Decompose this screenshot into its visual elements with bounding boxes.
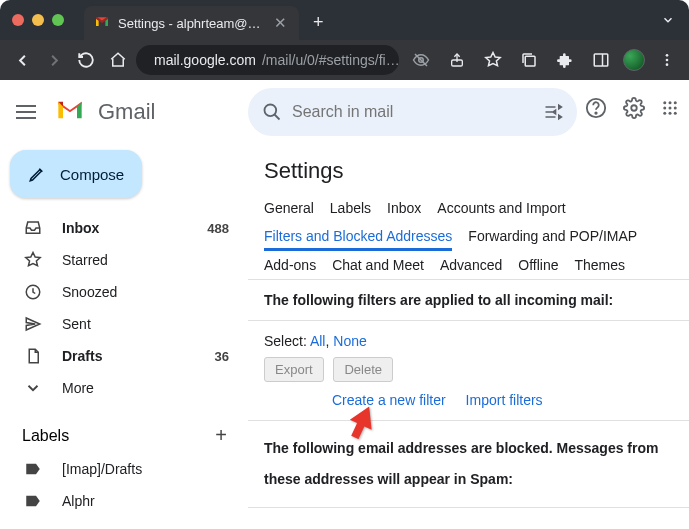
gmail-favicon	[94, 14, 110, 33]
nav-label: Sent	[62, 316, 211, 332]
forward-button[interactable]	[40, 51, 68, 70]
svg-rect-3	[594, 54, 608, 66]
svg-point-20	[674, 112, 677, 115]
label-list: [Imap]/DraftsAlphr	[0, 453, 247, 517]
settings-tab-labels[interactable]: Labels	[330, 194, 371, 222]
svg-point-15	[663, 107, 666, 110]
search-input[interactable]	[292, 103, 533, 121]
main-menu-button[interactable]	[16, 105, 36, 119]
home-button[interactable]	[104, 51, 132, 69]
main-panel: Settings GeneralLabelsInboxAccounts and …	[248, 80, 689, 529]
add-label-button[interactable]: +	[215, 424, 227, 447]
inbox-icon	[24, 219, 44, 237]
select-all-link[interactable]: All	[310, 333, 326, 349]
svg-point-17	[674, 107, 677, 110]
maximize-window[interactable]	[52, 14, 64, 26]
apps-menu-icon[interactable]	[661, 99, 679, 121]
settings-tab-themes[interactable]: Themes	[575, 251, 626, 279]
browser-menu-icon[interactable]	[653, 52, 681, 68]
close-window[interactable]	[12, 14, 24, 26]
eye-icon[interactable]	[407, 51, 435, 69]
tab-groups-icon[interactable]	[515, 51, 543, 69]
star-icon	[24, 251, 44, 269]
import-filters-link[interactable]: Import filters	[466, 392, 543, 408]
svg-point-4	[666, 54, 669, 57]
pencil-icon	[28, 165, 46, 183]
back-button[interactable]	[8, 51, 36, 70]
gmail-brand: Gmail	[98, 99, 155, 125]
help-button[interactable]	[585, 97, 607, 123]
search-options-icon[interactable]	[543, 102, 563, 122]
share-icon[interactable]	[443, 52, 471, 68]
label-item[interactable]: [Imap]/Drafts	[0, 453, 247, 485]
settings-gear-button[interactable]	[623, 97, 645, 123]
settings-tab-add-ons[interactable]: Add-ons	[264, 251, 316, 279]
gmail-logo	[56, 99, 84, 125]
extensions-icon[interactable]	[551, 52, 579, 68]
svg-point-13	[669, 101, 672, 104]
svg-point-8	[265, 105, 277, 117]
draft-icon	[24, 347, 44, 365]
settings-page: Settings GeneralLabelsInboxAccounts and …	[248, 144, 689, 529]
label-icon	[24, 460, 44, 478]
sidepanel-icon[interactable]	[587, 51, 615, 69]
blocked-intro: The following email addresses are blocke…	[248, 421, 689, 507]
svg-point-18	[663, 112, 666, 115]
sidebar-item-sent[interactable]: Sent	[0, 308, 247, 340]
settings-tab-filters-and-blocked-addresses[interactable]: Filters and Blocked Addresses	[264, 222, 452, 251]
svg-point-5	[666, 59, 669, 62]
annotation-arrow	[348, 405, 376, 443]
svg-point-11	[631, 105, 637, 111]
tabs-dropdown[interactable]	[661, 13, 675, 31]
tab-title: Settings - alphrteam@gmail.co	[118, 16, 264, 31]
export-button[interactable]: Export	[264, 357, 324, 382]
settings-tab-chat-and-meet[interactable]: Chat and Meet	[332, 251, 424, 279]
new-tab-button[interactable]: +	[313, 12, 324, 33]
more-icon	[24, 379, 44, 397]
compose-button[interactable]: Compose	[10, 150, 142, 198]
tab-close-button[interactable]: ✕	[272, 14, 289, 32]
search-icon	[262, 102, 282, 122]
browser-tab[interactable]: Settings - alphrteam@gmail.co ✕	[84, 6, 299, 40]
sidebar-item-drafts[interactable]: Drafts36	[0, 340, 247, 372]
url-host: mail.google.com	[154, 52, 256, 68]
nav-label: Drafts	[62, 348, 197, 364]
app-content: Gmail Compose Inbox488StarredSnoozedSent…	[0, 80, 689, 529]
label-icon	[24, 492, 44, 510]
settings-tab-inbox[interactable]: Inbox	[387, 194, 421, 222]
nav-count: 36	[215, 349, 229, 364]
settings-tab-accounts-and-import[interactable]: Accounts and Import	[437, 194, 565, 222]
sidebar-item-starred[interactable]: Starred	[0, 244, 247, 276]
browser-toolbar: mail.google.com/mail/u/0/#settings/fi…	[0, 40, 689, 80]
settings-tabs: GeneralLabelsInboxAccounts and ImportFil…	[248, 194, 689, 279]
url-path: /mail/u/0/#settings/fi…	[262, 52, 399, 68]
svg-rect-2	[525, 56, 535, 66]
address-bar[interactable]: mail.google.com/mail/u/0/#settings/fi…	[136, 45, 399, 75]
sidebar-item-snoozed[interactable]: Snoozed	[0, 276, 247, 308]
svg-point-16	[669, 107, 672, 110]
delete-button[interactable]: Delete	[333, 357, 393, 382]
svg-point-14	[674, 101, 677, 104]
select-none-link[interactable]: None	[333, 333, 366, 349]
settings-tab-advanced[interactable]: Advanced	[440, 251, 502, 279]
sidebar-item-more[interactable]: More	[0, 372, 247, 404]
labels-header: Labels	[22, 427, 69, 445]
profile-avatar[interactable]	[623, 49, 645, 71]
traffic-lights	[12, 14, 64, 26]
reload-button[interactable]	[72, 51, 100, 69]
window-titlebar: Settings - alphrteam@gmail.co ✕ +	[0, 0, 689, 40]
settings-tab-offline[interactable]: Offline	[518, 251, 558, 279]
bookmark-star-icon[interactable]	[479, 51, 507, 69]
nav-label: More	[62, 380, 211, 396]
sidebar-item-inbox[interactable]: Inbox488	[0, 212, 247, 244]
settings-tab-general[interactable]: General	[264, 194, 314, 222]
clock-icon	[24, 283, 44, 301]
svg-point-6	[666, 63, 669, 66]
minimize-window[interactable]	[32, 14, 44, 26]
compose-label: Compose	[60, 166, 124, 183]
label-item[interactable]: Alphr	[0, 485, 247, 517]
nav-list: Inbox488StarredSnoozedSentDrafts36More	[0, 212, 247, 404]
settings-tab-forwarding-and-pop-imap[interactable]: Forwarding and POP/IMAP	[468, 222, 637, 251]
sidebar: Gmail Compose Inbox488StarredSnoozedSent…	[0, 80, 248, 529]
search-bar[interactable]	[248, 88, 577, 136]
